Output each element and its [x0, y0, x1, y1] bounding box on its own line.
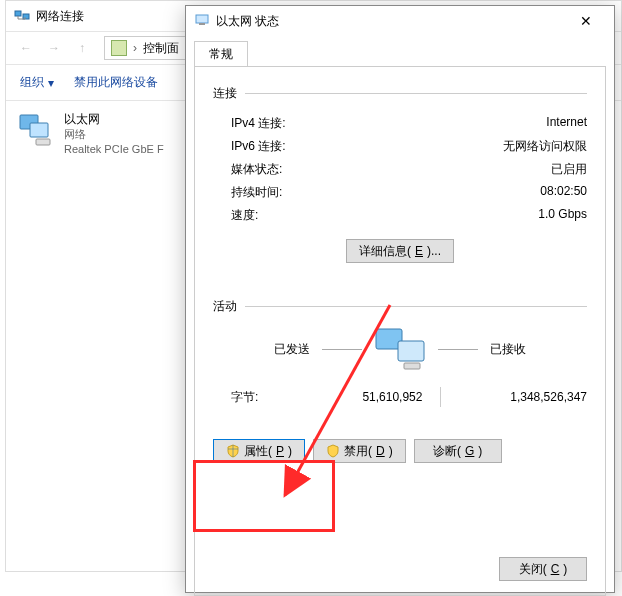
svg-rect-0 — [15, 11, 21, 16]
activity-monitors-icon — [374, 327, 426, 371]
nav-arrows: ← → ↑ — [14, 36, 94, 60]
forward-button[interactable]: → — [42, 36, 66, 60]
shield-icon — [226, 444, 240, 458]
details-button[interactable]: 详细信息(E)... — [346, 239, 454, 263]
activity-visual: 已发送 已接收 — [213, 327, 587, 371]
organize-menu[interactable]: 组织 ▾ — [20, 74, 54, 91]
row-duration: 持续时间: 08:02:50 — [213, 181, 587, 204]
recv-bytes: 1,348,526,347 — [459, 390, 587, 404]
svg-rect-3 — [30, 123, 48, 137]
close-button[interactable]: 关闭(C) — [499, 557, 587, 581]
shield-icon — [326, 444, 340, 458]
network-connections-icon — [14, 8, 30, 24]
dialog-titlebar: 以太网 状态 ✕ — [186, 6, 614, 36]
up-button[interactable]: ↑ — [70, 36, 94, 60]
close-icon[interactable]: ✕ — [566, 7, 606, 35]
disable-button[interactable]: 禁用(D) — [313, 439, 406, 463]
adapter-name: 以太网 — [64, 111, 164, 127]
svg-rect-4 — [36, 139, 50, 145]
connection-group-label: 连接 — [213, 85, 587, 102]
tabstrip: 常规 — [186, 36, 614, 66]
row-speed: 速度: 1.0 Gbps — [213, 204, 587, 227]
activity-group-label: 活动 — [213, 298, 587, 315]
row-ipv6: IPv6 连接: 无网络访问权限 — [213, 135, 587, 158]
svg-rect-6 — [199, 23, 205, 25]
dialog-title: 以太网 状态 — [216, 13, 279, 30]
ethernet-icon — [194, 12, 210, 31]
adapter-item-ethernet[interactable]: 以太网 网络 Realtek PCIe GbE F — [12, 107, 182, 161]
received-label: 已接收 — [490, 341, 526, 358]
bg-title: 网络连接 — [36, 8, 84, 25]
ethernet-status-dialog: 以太网 状态 ✕ 常规 连接 IPv4 连接: Internet IPv6 连接… — [185, 5, 615, 593]
sent-bytes: 51,610,952 — [313, 390, 422, 404]
bytes-row: 字节: 51,610,952 1,348,526,347 — [213, 383, 587, 411]
diagnose-button[interactable]: 诊断(G) — [414, 439, 502, 463]
properties-button[interactable]: 属性(P) — [213, 439, 305, 463]
sent-label: 已发送 — [274, 341, 310, 358]
tab-content: 连接 IPv4 连接: Internet IPv6 连接: 无网络访问权限 媒体… — [194, 66, 606, 596]
svg-rect-8 — [398, 341, 424, 361]
row-ipv4: IPv4 连接: Internet — [213, 112, 587, 135]
svg-rect-9 — [404, 363, 420, 369]
chevron-down-icon: ▾ — [48, 76, 54, 90]
adapter-status: 网络 — [64, 127, 164, 142]
ethernet-adapter-icon — [16, 111, 56, 157]
back-button[interactable]: ← — [14, 36, 38, 60]
breadcrumb-text: 控制面 — [143, 40, 179, 57]
disable-device-button[interactable]: 禁用此网络设备 — [74, 74, 158, 91]
adapter-device: Realtek PCIe GbE F — [64, 142, 164, 157]
svg-rect-5 — [196, 15, 208, 23]
control-panel-icon — [111, 40, 127, 56]
tab-general[interactable]: 常规 — [194, 41, 248, 67]
svg-rect-1 — [23, 14, 29, 19]
row-media: 媒体状态: 已启用 — [213, 158, 587, 181]
